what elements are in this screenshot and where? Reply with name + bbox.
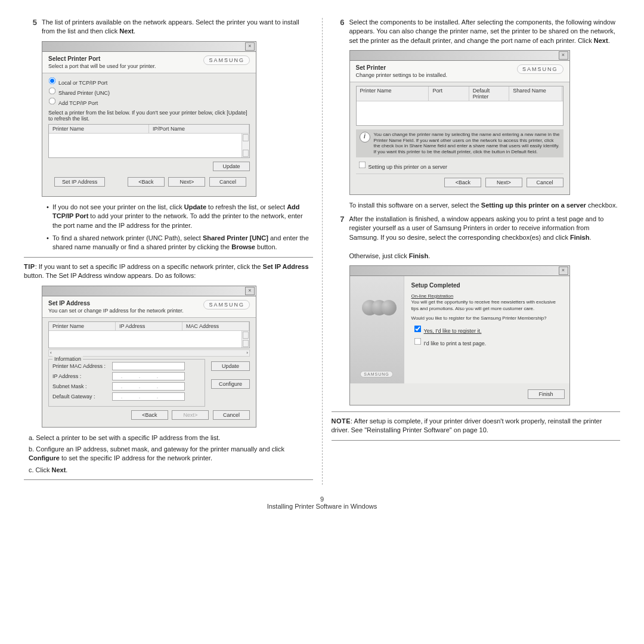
sub-step-b: b. Configure an IP address, subnet mask,… — [29, 445, 313, 463]
close-icon[interactable]: × — [559, 51, 568, 60]
bullet-shared-tip: To find a shared network printer (UNC Pa… — [47, 234, 313, 252]
select-printer-port-dialog: × Select Printer Port Select a port that… — [42, 41, 256, 197]
configure-button[interactable]: Configure — [211, 379, 250, 389]
sub-step-a: a. Select a printer to be set with a spe… — [29, 434, 313, 442]
step-7-number: 7 — [332, 215, 349, 261]
page-number: 9 — [0, 496, 644, 503]
column-divider — [322, 18, 323, 485]
finish-button[interactable]: Finish — [528, 389, 565, 399]
register-question: Would you like to register for the Samsu… — [411, 315, 562, 321]
step-6-number: 6 — [332, 18, 349, 45]
server-checkbox[interactable] — [358, 161, 366, 168]
back-button[interactable]: <Back — [128, 177, 165, 187]
set-ip-address-dialog: × Set IP Address You can set or change I… — [42, 286, 256, 428]
scrollbar[interactable] — [242, 134, 249, 157]
decorative-orbs — [362, 300, 391, 317]
ip-input[interactable]: ... — [112, 372, 185, 380]
cancel-button[interactable]: Cancel — [213, 410, 250, 420]
info-icon: i — [360, 132, 370, 143]
set-printer-dialog: × Set Printer Change printer settings to… — [349, 50, 570, 194]
back-button[interactable]: <Back — [444, 178, 481, 187]
printer-listbox[interactable]: Printer Name IP Address MAC Address — [48, 321, 250, 348]
close-icon[interactable]: × — [245, 287, 255, 295]
printer-listbox[interactable]: Printer Name IP/Port Name — [48, 124, 250, 158]
titlebar: × — [42, 286, 256, 296]
radio-add-tcpip[interactable] — [49, 97, 56, 104]
radio-shared-unc[interactable] — [49, 87, 56, 94]
printer-settings-listbox[interactable]: Printer Name Port Default Printer Shared… — [356, 86, 564, 126]
step-5-number: 5 — [24, 18, 42, 36]
update-button[interactable]: Update — [211, 361, 250, 371]
mac-input[interactable] — [112, 362, 185, 370]
tip-paragraph: TIP: If you want to set a specific IP ad… — [24, 262, 313, 281]
step-5-text: The list of printers available on the ne… — [42, 18, 313, 36]
next-button: Next> — [172, 410, 209, 420]
brand-logo: SAMSUNG — [203, 55, 250, 65]
note-paragraph: NOTE: After setup is complete, if your p… — [332, 417, 621, 435]
radio-local-tcpip[interactable] — [49, 77, 56, 84]
cancel-button[interactable]: Cancel — [209, 177, 246, 187]
step-6-text: Select the components to be installed. A… — [349, 18, 621, 45]
back-button[interactable]: <Back — [131, 410, 168, 420]
cancel-button[interactable]: Cancel — [527, 178, 564, 187]
sub-step-c: c. Click Next. — [29, 466, 313, 475]
subnet-input[interactable]: ... — [112, 382, 185, 391]
next-button[interactable]: Next> — [168, 177, 205, 187]
titlebar: × — [42, 41, 256, 51]
setup-completed-title: Setup Completed — [411, 282, 562, 289]
close-icon[interactable]: × — [245, 42, 255, 51]
dialog-subtitle: You can set or change IP address for the… — [48, 308, 184, 314]
dialog-instruction: Select a printer from the list below. If… — [48, 110, 250, 122]
bullet-update-tip: If you do not see your printer on the li… — [47, 203, 313, 230]
close-icon[interactable]: × — [559, 267, 568, 275]
register-checkbox[interactable] — [414, 326, 421, 333]
footer-text: Installing Printer Software in Windows — [0, 503, 644, 510]
testpage-checkbox[interactable] — [414, 338, 421, 345]
next-button[interactable]: Next> — [485, 178, 522, 187]
setup-completed-dialog: × SAMSUNG Setup Completed On-line Regist… — [349, 265, 570, 405]
set-ip-address-button[interactable]: Set IP Address — [54, 177, 105, 187]
gateway-input[interactable]: ... — [112, 392, 185, 401]
titlebar: × — [349, 265, 570, 275]
dialog-subtitle: Select a port that will be used for your… — [48, 63, 156, 69]
scrollbar[interactable] — [242, 331, 249, 348]
titlebar: × — [349, 50, 570, 60]
step-7-text: After the installation is finished, a wi… — [349, 215, 621, 261]
brand-logo: SAMSUNG — [203, 300, 250, 309]
update-button[interactable]: Update — [213, 162, 250, 171]
brand-logo: SAMSUNG — [517, 64, 564, 74]
info-band: i You can change the printer name by sel… — [356, 129, 564, 157]
server-note: To install this software on a server, se… — [349, 201, 621, 210]
brand-logo: SAMSUNG — [360, 371, 392, 377]
dialog-subtitle: Change printer settings to be installed. — [356, 72, 448, 78]
